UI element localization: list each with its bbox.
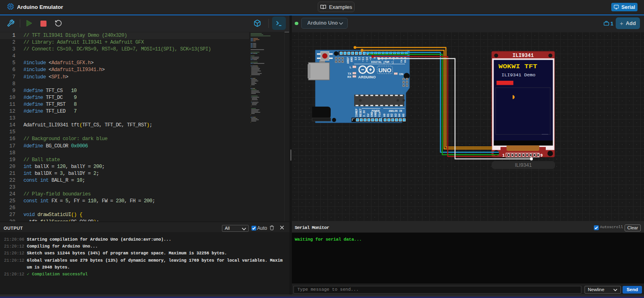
svg-text:ANALOG IN: ANALOG IN [389,109,402,113]
svg-text:A2: A2 [390,113,393,117]
svg-text:5V: 5V [367,113,370,117]
svg-text:AREF: AREF [346,57,350,64]
svg-text:UNO: UNO [378,67,391,73]
svg-text:RX: RX [347,76,351,78]
svg-text:ILI9341: ILI9341 [515,162,532,168]
svg-text:TX: TX [348,72,351,75]
svg-text:A4: A4 [398,113,401,117]
svg-text:GND: GND [350,57,353,62]
svg-text:1: 1 [502,153,505,158]
svg-text:POWER: POWER [372,109,380,113]
svg-text:~11: ~11 [361,57,365,62]
svg-text:3.3V: 3.3V [363,110,366,117]
svg-text:13: 13 [354,57,357,60]
svg-text:~10: ~10 [365,57,369,62]
svg-text:WOKWI TFT: WOKWI TFT [498,63,537,70]
svg-text:ILI9341 Demo: ILI9341 Demo [501,73,535,78]
svg-text:RESET: RESET [359,108,362,117]
svg-text:A5: A5 [402,113,405,117]
svg-text:A0: A0 [383,113,386,117]
svg-text:L: L [350,66,352,69]
svg-text:ARDUINO: ARDUINO [358,75,376,79]
svg-text:9: 9 [541,153,543,158]
svg-text:TX→1: TX→1 [400,57,403,63]
svg-text:ILI9341: ILI9341 [513,53,534,59]
svg-text:RX←0: RX←0 [404,57,407,63]
svg-text:IOREF: IOREF [355,108,358,117]
svg-text:12: 12 [358,57,361,60]
svg-text:A1: A1 [386,113,390,117]
svg-text:ON: ON [399,73,403,76]
svg-text:DIGITAL (PWM ~): DIGITAL (PWM ~) [371,61,394,64]
svg-text:A3: A3 [394,113,397,117]
